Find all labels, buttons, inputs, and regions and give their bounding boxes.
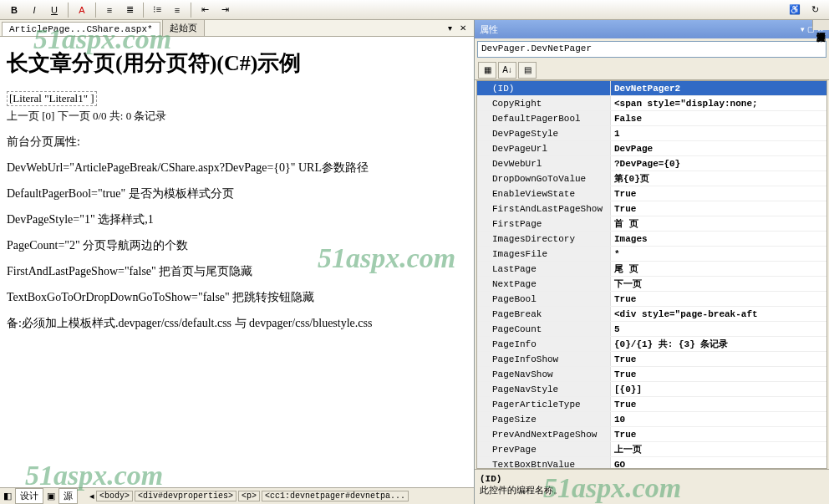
property-value[interactable]: Images xyxy=(611,234,826,244)
property-value[interactable]: <div style="page-break-aft xyxy=(611,309,826,319)
align-left-button[interactable]: ≡ xyxy=(100,2,119,18)
property-row[interactable]: PageBreak<div style="page-break-aft xyxy=(477,307,826,322)
property-row[interactable]: ImagesDirectoryImages xyxy=(477,232,826,247)
align-center-button[interactable]: ≣ xyxy=(120,2,139,18)
property-row[interactable]: PagerArticleTypeTrue xyxy=(477,397,826,412)
bold-button[interactable]: B xyxy=(5,2,23,18)
property-value[interactable]: GO xyxy=(611,460,826,470)
property-description: (ID) 此控件的编程名称。 xyxy=(475,469,829,504)
text-line: FirstAndLastPageShow="false" 把首页与尾页隐藏 xyxy=(7,262,467,280)
property-row[interactable]: PrevAndNextPageShowTrue xyxy=(477,427,826,442)
property-value[interactable]: [{0}] xyxy=(611,384,826,395)
property-value[interactable]: True xyxy=(611,294,826,304)
property-value[interactable]: * xyxy=(611,249,826,259)
property-row[interactable]: PageBoolTrue xyxy=(477,292,826,307)
tab-dropdown-icon[interactable]: ▾ xyxy=(444,22,455,33)
property-row[interactable]: (ID)DevNetPager2 xyxy=(477,81,826,96)
property-value[interactable]: 5 xyxy=(611,324,826,334)
property-name: FirstAndLastPageShow xyxy=(477,201,611,216)
refresh-button[interactable]: ↻ xyxy=(806,2,824,18)
property-value[interactable]: 尾 页 xyxy=(611,262,826,275)
property-value[interactable]: ?DevPage={0} xyxy=(611,159,826,169)
property-row[interactable]: DevWebUrl?DevPage={0} xyxy=(477,156,826,171)
breadcrumb-item[interactable]: <div#devproperties> xyxy=(135,491,236,501)
component-selector[interactable]: DevPager.DevNetPager xyxy=(477,41,826,58)
design-view-tab[interactable]: 设计 xyxy=(15,488,43,504)
property-name: DefaultPagerBool xyxy=(477,111,611,125)
property-row[interactable]: DevPageStyle1 xyxy=(477,126,826,141)
editor-footer: ◧ 设计 ▣ 源 ◂ <body> <div#devproperties> <p… xyxy=(0,487,474,504)
property-row[interactable]: DropDownGoToValue第{0}页 xyxy=(477,171,826,186)
property-row[interactable]: FirstPage首 页 xyxy=(477,216,826,232)
design-surface[interactable]: 长文章分页(用分页符)(C#)示例 [Literal "Literal1" ] … xyxy=(0,37,474,487)
property-grid[interactable]: (ID)DevNetPager2CopyRight<span style="di… xyxy=(476,80,827,469)
text-line: 备:必须加上模板样式.devpager/css/default.css 与 de… xyxy=(7,314,467,332)
property-row[interactable]: CopyRight<span style="display:none; xyxy=(477,96,826,111)
property-row[interactable]: DevPageUrlDevPage xyxy=(477,141,826,156)
property-name: DropDownGoToValue xyxy=(477,171,611,186)
property-value[interactable]: True xyxy=(611,400,826,410)
property-value[interactable]: True xyxy=(611,189,826,199)
solution-explorer-tab[interactable]: 解决方案资源管理器 xyxy=(812,20,829,30)
breadcrumb-item[interactable]: <body> xyxy=(96,491,133,501)
categorized-button[interactable]: ▦ xyxy=(478,62,496,79)
separator xyxy=(191,3,191,18)
property-value[interactable]: 首 页 xyxy=(611,217,826,230)
list-number-button[interactable]: ≡ xyxy=(168,2,186,18)
property-row[interactable]: EnableViewStateTrue xyxy=(477,186,826,201)
view-switch-icon[interactable]: ▣ xyxy=(47,491,55,501)
tab-start-page[interactable]: 起始页 xyxy=(162,19,205,36)
indent-button[interactable]: ⇥ xyxy=(216,2,234,18)
font-color-button[interactable]: A xyxy=(73,2,91,18)
breadcrumb-item[interactable]: <cc1:devnetpager#devnetpa... xyxy=(262,491,409,501)
dropdown-icon[interactable]: ▾ xyxy=(801,25,805,33)
property-row[interactable]: PageInfoShowTrue xyxy=(477,352,826,367)
properties-button[interactable]: ▤ xyxy=(518,62,537,79)
property-name: PageBreak xyxy=(477,307,611,321)
outdent-button[interactable]: ⇤ xyxy=(196,2,214,18)
property-name: DevPageStyle xyxy=(477,126,611,140)
property-row[interactable]: LastPage尾 页 xyxy=(477,262,826,277)
property-row[interactable]: PrevPage上一页 xyxy=(477,442,826,457)
list-bullet-button[interactable]: ⁝≡ xyxy=(148,2,166,18)
property-value[interactable]: 1 xyxy=(611,129,826,139)
property-name: DevPageUrl xyxy=(477,141,611,155)
italic-button[interactable]: I xyxy=(25,2,43,18)
property-value[interactable]: True xyxy=(611,204,826,214)
property-row[interactable]: TextBoxBtnValueGO xyxy=(477,457,826,469)
property-row[interactable]: PageNavShowTrue xyxy=(477,367,826,382)
property-value[interactable]: 下一页 xyxy=(611,277,826,290)
underline-button[interactable]: U xyxy=(45,2,64,18)
property-value[interactable]: True xyxy=(611,354,826,364)
property-row[interactable]: FirstAndLastPageShowTrue xyxy=(477,201,826,216)
view-switch-icon[interactable]: ◧ xyxy=(3,491,12,501)
property-row[interactable]: PageCount5 xyxy=(477,322,826,337)
alphabetical-button[interactable]: A↓ xyxy=(498,62,516,79)
breadcrumb-nav-icon[interactable]: ◂ xyxy=(89,491,94,501)
property-value[interactable]: DevNetPager2 xyxy=(611,84,826,94)
accessibility-button[interactable]: ♿ xyxy=(786,2,804,18)
property-row[interactable]: PageInfo{0}/{1} 共: {3} 条记录 xyxy=(477,337,826,352)
tab-close-icon[interactable]: ✕ xyxy=(457,22,469,33)
literal-control[interactable]: [Literal "Literal1" ] xyxy=(7,91,97,106)
source-view-tab[interactable]: 源 xyxy=(58,488,78,504)
property-name: LastPage xyxy=(477,262,611,276)
separator xyxy=(68,3,69,18)
property-value[interactable]: {0}/{1} 共: {3} 条记录 xyxy=(611,338,826,350)
property-value[interactable]: True xyxy=(611,430,826,440)
property-value[interactable]: 第{0}页 xyxy=(611,172,826,185)
property-value[interactable]: True xyxy=(611,369,826,379)
property-row[interactable]: PageNavStyle[{0}] xyxy=(477,382,826,397)
property-name: PageNavStyle xyxy=(477,382,611,396)
property-value[interactable]: DevPage xyxy=(611,144,826,154)
property-row[interactable]: NextPage下一页 xyxy=(477,277,826,292)
property-value[interactable]: False xyxy=(611,114,826,124)
property-value[interactable]: <span style="display:none; xyxy=(611,99,826,109)
tab-article-page[interactable]: ArticlePage...CShare.aspx* xyxy=(2,22,160,36)
property-row[interactable]: ImagesFile* xyxy=(477,247,826,262)
property-row[interactable]: PageSize10 xyxy=(477,412,826,427)
property-value[interactable]: 10 xyxy=(611,415,826,425)
property-value[interactable]: 上一页 xyxy=(611,443,826,456)
breadcrumb-item[interactable]: <p> xyxy=(238,491,260,501)
property-row[interactable]: DefaultPagerBoolFalse xyxy=(477,111,826,126)
